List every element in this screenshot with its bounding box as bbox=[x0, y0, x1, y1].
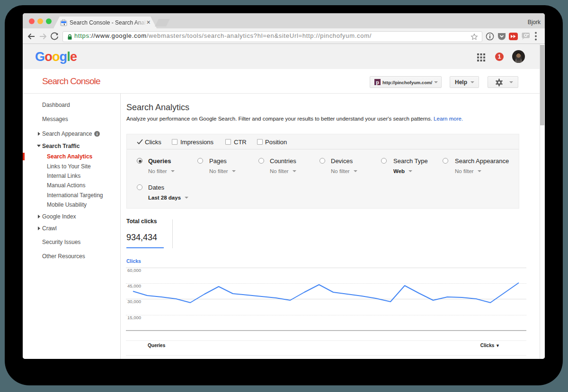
svg-text:p: p bbox=[376, 79, 379, 85]
